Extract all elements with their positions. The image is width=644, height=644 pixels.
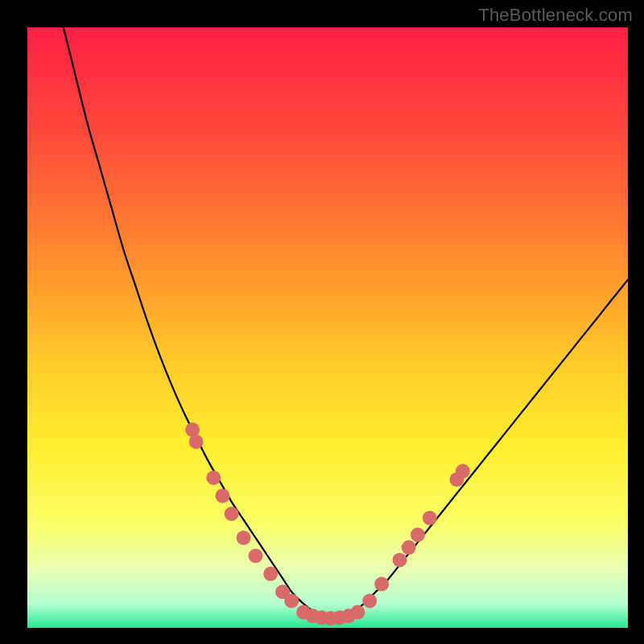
- marker-point: [225, 506, 239, 521]
- plot-area: [27, 27, 628, 628]
- marker-point: [284, 593, 299, 608]
- marker-point: [393, 553, 407, 568]
- marker-point: [350, 605, 365, 620]
- chart-frame: TheBottleneck.com: [0, 0, 644, 644]
- marker-point: [248, 548, 262, 563]
- marker-point: [237, 530, 251, 545]
- curve-layer: [27, 27, 628, 628]
- marker-point: [206, 471, 221, 485]
- marker-point: [189, 435, 204, 449]
- marker-group: [185, 423, 470, 625]
- marker-point: [456, 464, 470, 478]
- marker-point: [402, 540, 416, 555]
- marker-point: [263, 567, 278, 581]
- marker-point: [423, 510, 437, 525]
- bottleneck-curve: [64, 27, 628, 620]
- watermark-text: TheBottleneck.com: [478, 5, 633, 26]
- marker-point: [374, 577, 389, 592]
- marker-point: [362, 593, 377, 608]
- marker-point: [215, 489, 229, 503]
- marker-point: [411, 527, 425, 542]
